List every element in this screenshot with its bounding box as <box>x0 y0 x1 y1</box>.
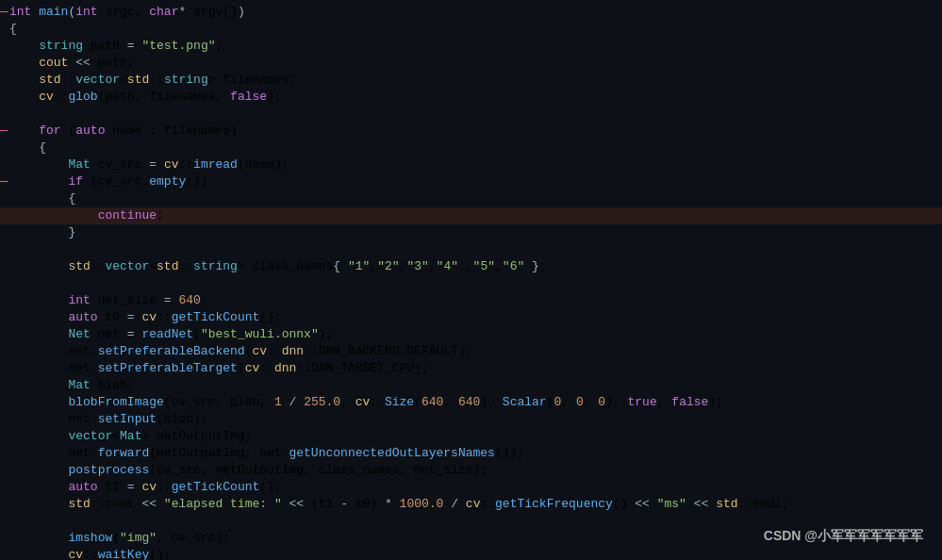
code-text-26: vector<Mat> netOutputImg; <box>9 428 252 445</box>
code-text-23: Mat blob; <box>9 377 135 394</box>
code-line-22: net.setPreferableTarget(cv::dnn::DNN_TAR… <box>0 360 942 377</box>
code-text-21: net.setPreferableBackend(cv::dnn::DNN_BA… <box>9 343 473 360</box>
code-line-13: continue; <box>0 207 942 224</box>
code-line-8: ─ for (auto name : filenames) <box>0 123 942 140</box>
code-line-20: Net net = readNet("best_wuli.onnx"); <box>0 326 942 343</box>
code-line-21: net.setPreferableBackend(cv::dnn::DNN_BA… <box>0 343 942 360</box>
code-line-18: int net_size = 640; <box>0 292 942 309</box>
code-text-17 <box>9 275 17 292</box>
code-line-19: auto t0 = cv::getTickCount(); <box>0 309 942 326</box>
line-indicator-1: ─ <box>0 5 6 20</box>
watermark: CSDN @小军军军军军军军 <box>764 528 923 545</box>
code-text-5: std::vector<std::string> filenames; <box>9 72 296 89</box>
code-text-2: { <box>9 21 17 38</box>
code-text-8: for (auto name : filenames) <box>9 123 238 140</box>
code-line-12: { <box>0 190 942 207</box>
code-line-14: } <box>0 224 942 241</box>
code-text-6: cv::glob(path, filenames, false); <box>9 89 282 106</box>
code-text-4: cout << path; <box>9 55 135 72</box>
code-text-16: std::vector<std::string> class_names{ "1… <box>9 258 547 275</box>
code-line-3: string path = "test.png"; <box>0 38 942 55</box>
code-text-10: Mat cv_src = cv::imread(name); <box>9 156 289 173</box>
code-line-27: net.forward(netOutputImg, net.getUnconne… <box>0 445 942 462</box>
code-text-28: postprocess(cv_src, netOutputImg, class_… <box>9 462 488 479</box>
code-text-31 <box>9 513 17 530</box>
code-line-26: vector<Mat> netOutputImg; <box>0 428 942 445</box>
code-text-22: net.setPreferableTarget(cv::dnn::DNN_TAR… <box>9 360 429 377</box>
code-text-29: auto t1 = cv::getTickCount(); <box>9 479 282 496</box>
code-text-19: auto t0 = cv::getTickCount(); <box>9 309 282 326</box>
code-line-6: cv::glob(path, filenames, false); <box>0 89 942 106</box>
code-line-7 <box>0 106 942 123</box>
code-line-1: ─ int main(int argc, char* argv[]) <box>0 4 942 21</box>
code-text-30: std::cout << "elapsed time: " << (t1 - t… <box>9 496 789 513</box>
code-line-24: blobFromImage(cv_src, blob, 1 / 255.0, c… <box>0 394 942 411</box>
code-line-30: std::cout << "elapsed time: " << (t1 - t… <box>0 496 942 513</box>
code-text-1: int main(int argc, char* argv[]) <box>9 4 245 21</box>
code-text-15 <box>9 241 17 258</box>
code-text-24: blobFromImage(cv_src, blob, 1 / 255.0, c… <box>9 394 723 411</box>
line-indicator-11: ─ <box>0 174 6 189</box>
code-line-23: Mat blob; <box>0 377 942 394</box>
code-line-15 <box>0 241 942 258</box>
code-line-29: auto t1 = cv::getTickCount(); <box>0 479 942 496</box>
code-text-7 <box>9 106 17 123</box>
code-text-9: { <box>9 140 46 156</box>
code-line-10: Mat cv_src = cv::imread(name); <box>0 156 942 173</box>
code-text-11: if (cv_src.empty()) <box>9 173 208 190</box>
code-text-14: } <box>9 224 75 241</box>
code-line-17 <box>0 275 942 292</box>
code-line-25: net.setInput(blob); <box>0 411 942 428</box>
code-line-16: std::vector<std::string> class_names{ "1… <box>0 258 942 275</box>
code-line-5: std::vector<std::string> filenames; <box>0 72 942 89</box>
code-text-20: Net net = readNet("best_wuli.onnx"); <box>9 326 333 343</box>
code-line-33: cv::waitKey(); <box>0 547 942 560</box>
code-text-33: cv::waitKey(); <box>9 547 172 560</box>
code-text-27: net.forward(netOutputImg, net.getUnconne… <box>9 445 524 462</box>
line-indicator-8: ─ <box>0 124 6 139</box>
code-line-28: postprocess(cv_src, netOutputImg, class_… <box>0 462 942 479</box>
code-line-9: { <box>0 140 942 156</box>
code-text-13: continue; <box>9 207 164 224</box>
code-text-18: int net_size = 640; <box>9 292 208 309</box>
code-line-4: cout << path; <box>0 55 942 72</box>
code-text-3: string path = "test.png"; <box>9 38 223 55</box>
code-editor: ─ int main(int argc, char* argv[]) { str… <box>0 0 942 560</box>
code-text-12: { <box>9 190 75 207</box>
code-text-25: net.setInput(blob); <box>9 411 208 428</box>
code-line-2: { <box>0 21 942 38</box>
code-line-11: ─ if (cv_src.empty()) <box>0 173 942 190</box>
code-text-32: imshow("img", cv_src); <box>9 530 230 547</box>
